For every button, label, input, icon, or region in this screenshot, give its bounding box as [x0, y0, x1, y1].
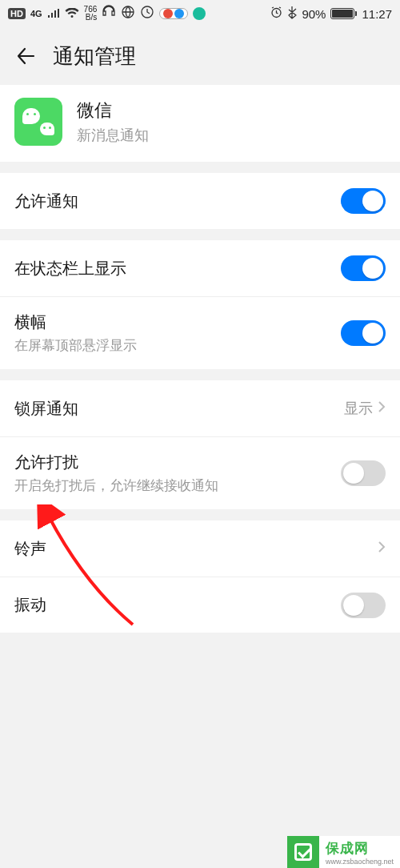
lockscreen-value: 显示 [344, 399, 373, 418]
row-vibrate[interactable]: 振动 [0, 577, 400, 633]
row-statusbar[interactable]: 在状态栏上显示 [0, 240, 400, 296]
clock-time: 11:27 [362, 7, 392, 21]
wifi-icon [65, 7, 79, 21]
statusbar-toggle[interactable] [341, 255, 386, 281]
row-allow-notifications[interactable]: 允许通知 [0, 173, 400, 229]
banner-label: 横幅 [14, 311, 137, 333]
back-button[interactable] [14, 45, 37, 67]
vibrate-label: 振动 [14, 594, 46, 616]
battery-percent: 90% [302, 7, 326, 21]
status-left: HD 4G 766 B/s [8, 5, 206, 22]
watermark-cn: 保成网 [326, 839, 394, 858]
dnd-label: 允许打扰 [14, 452, 218, 473]
battery-icon [330, 8, 357, 19]
tencent-icon [193, 7, 206, 20]
banner-sub: 在屏幕顶部悬浮显示 [14, 336, 137, 355]
app-info: 微信 新消息通知 [77, 98, 149, 145]
section-allow: 允许通知 [0, 173, 400, 229]
row-banner[interactable]: 横幅 在屏幕顶部悬浮显示 [0, 296, 400, 369]
allow-label: 允许通知 [14, 191, 78, 212]
app-pill [159, 8, 188, 19]
globe-icon [121, 5, 135, 22]
app-header: 微信 新消息通知 [0, 85, 400, 162]
watermark: 保成网 www.zsbaocheng.net [287, 836, 400, 868]
status-right: 90% 11:27 [270, 6, 392, 22]
net-speed-unit: B/s [86, 14, 97, 22]
statusbar-label: 在状态栏上显示 [14, 258, 126, 279]
pill-dot-red [163, 9, 173, 18]
allow-toggle[interactable] [341, 188, 386, 214]
dnd-toggle[interactable] [341, 460, 386, 486]
chevron-right-icon [378, 400, 386, 416]
net-speed: 766 B/s [84, 6, 98, 22]
back-arrow-icon [15, 46, 36, 66]
ringtone-label: 铃声 [14, 538, 46, 560]
screen: HD 4G 766 B/s [0, 0, 400, 868]
chevron-right-icon [378, 540, 386, 557]
watermark-en: www.zsbaocheng.net [326, 858, 394, 866]
headphones-icon [102, 5, 116, 22]
lockscreen-label: 锁屏通知 [14, 398, 78, 420]
section-display: 在状态栏上显示 横幅 在屏幕顶部悬浮显示 [0, 240, 400, 369]
bluetooth-icon [288, 6, 297, 22]
clock-icon [140, 5, 154, 22]
status-bar: HD 4G 766 B/s [0, 0, 400, 27]
lte-icon: 4G [30, 9, 42, 18]
row-dnd[interactable]: 允许打扰 开启免打扰后，允许继续接收通知 [0, 436, 400, 509]
section-sound: 铃声 振动 [0, 520, 400, 633]
app-sub: 新消息通知 [77, 126, 149, 145]
signal-icon [47, 7, 60, 21]
banner-toggle[interactable] [341, 320, 386, 346]
hd-badge: HD [8, 8, 26, 19]
pill-dot-blue [174, 9, 184, 18]
alarm-icon [270, 6, 283, 22]
page-title: 通知管理 [53, 42, 136, 70]
title-bar: 通知管理 [0, 27, 400, 85]
vibrate-toggle[interactable] [341, 593, 386, 618]
app-name: 微信 [77, 98, 149, 123]
row-lockscreen[interactable]: 锁屏通知 显示 [0, 380, 400, 436]
dnd-sub: 开启免打扰后，允许继续接收通知 [14, 476, 218, 495]
row-ringtone[interactable]: 铃声 [0, 520, 400, 577]
section-lock-dnd: 锁屏通知 显示 允许打扰 开启免打扰后，允许继续接收通知 [0, 380, 400, 509]
watermark-logo [287, 836, 319, 868]
wechat-icon [14, 98, 62, 146]
